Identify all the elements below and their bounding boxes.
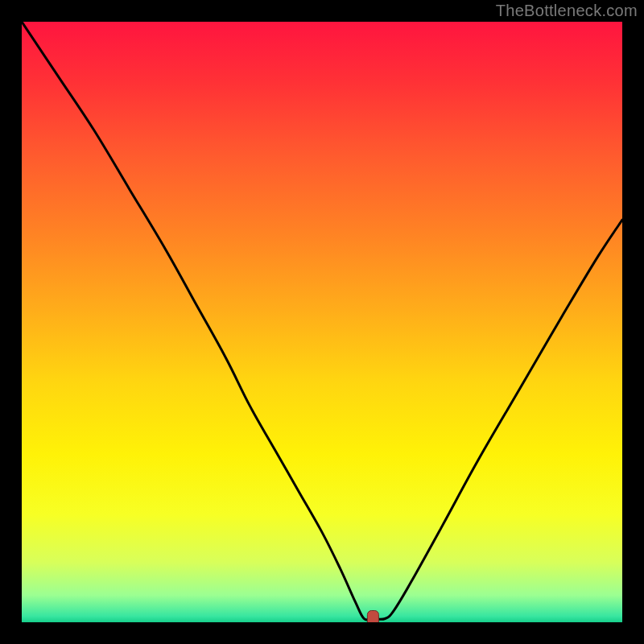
plot-area: [22, 22, 622, 622]
optimal-point-marker: [367, 611, 378, 623]
bottleneck-chart: [22, 22, 622, 622]
watermark-text: TheBottleneck.com: [496, 2, 638, 20]
chart-frame: TheBottleneck.com: [0, 0, 644, 644]
